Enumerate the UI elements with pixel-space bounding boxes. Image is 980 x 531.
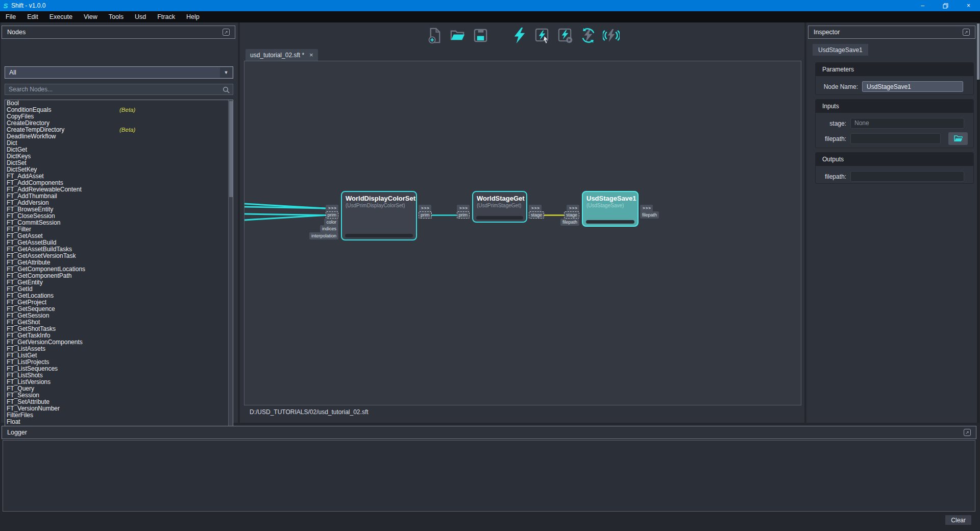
app-logo-icon: S [0, 2, 11, 10]
close-button[interactable]: × [957, 0, 980, 11]
graph-node[interactable]: WorldStageGet(UsdPrimStageGet) [472, 191, 527, 223]
node-name-input[interactable] [862, 81, 963, 92]
scrollbar[interactable] [228, 100, 233, 438]
port-chevrons[interactable]: >>> [457, 205, 470, 212]
menu-item-ftrack[interactable]: Ftrack [152, 11, 181, 22]
port-filepath[interactable]: filepath [640, 211, 659, 219]
save-graph-button[interactable] [471, 26, 489, 44]
inspector-header: Inspector ↗ [808, 26, 975, 39]
menu-item-help[interactable]: Help [181, 11, 205, 22]
logger-title: Logger [7, 429, 27, 436]
minimize-button[interactable]: – [911, 0, 934, 11]
folder-icon [954, 135, 963, 142]
node-list-item[interactable]: DictKeys [5, 153, 233, 160]
status-bar: D:/USD_TUTORIALS/02/usd_tutorial_02.sft [244, 405, 801, 419]
new-file-icon [426, 27, 443, 44]
input-ports: >>>stagefilepath [560, 205, 579, 225]
beta-badge: (Beta) [119, 127, 135, 133]
inputs-group: Inputs stage: None filepath: [815, 99, 974, 148]
port-chevrons[interactable]: >>> [567, 205, 579, 212]
node-list-item[interactable]: FT_ListVersions [5, 379, 233, 385]
undock-icon[interactable]: ↗ [963, 29, 970, 36]
menu-item-file[interactable]: File [0, 11, 21, 22]
node-list-item[interactable]: FT_GetEntity [5, 279, 233, 286]
port-stage[interactable]: stage [529, 211, 544, 219]
tab-close-icon[interactable]: × [309, 51, 313, 59]
node-list-item[interactable]: FilterFiles [5, 412, 233, 419]
output-filepath-field[interactable] [850, 171, 964, 182]
inspector-title: Inspector [814, 29, 840, 36]
graph-node-footer [586, 220, 634, 224]
toolbar [244, 25, 801, 46]
chevron-down-icon[interactable]: ▼ [220, 67, 232, 78]
outputs-group-title: Outputs [816, 153, 973, 166]
port-filepath[interactable]: filepath [560, 219, 579, 226]
graph-node[interactable]: WorldDisplayColorSet(UsdPrimDisplayColor… [341, 191, 417, 240]
node-list-item[interactable]: ConditionEquals(Beta) [5, 107, 233, 113]
clear-logger-button[interactable]: Clear [945, 515, 972, 525]
execute-live-button[interactable] [602, 26, 620, 44]
graph-tab[interactable]: usd_tutorial_02.sft * × [246, 49, 318, 61]
nodes-panel-title: Nodes [7, 29, 26, 36]
node-graph-canvas[interactable]: WorldDisplayColorSet(UsdPrimDisplayColor… [244, 61, 801, 405]
execute-from-button[interactable] [556, 26, 574, 44]
scrollbar[interactable] [977, 22, 979, 423]
execute-refresh-button[interactable] [579, 26, 597, 44]
undock-icon[interactable]: ↗ [964, 429, 971, 436]
graph-node-title: WorldStageGet [473, 192, 526, 202]
menu-item-view[interactable]: View [78, 11, 103, 22]
menu-item-edit[interactable]: Edit [21, 11, 44, 22]
port-prim[interactable]: prim [326, 211, 339, 219]
execute-from-icon [557, 27, 574, 44]
execute-selected-icon [534, 27, 551, 44]
restore-button[interactable] [934, 0, 957, 11]
graph-node-footer [476, 216, 523, 220]
title-bar: S Shift - v1.0.0 – × [0, 0, 980, 11]
open-graph-button[interactable] [448, 26, 467, 44]
outputs-group: Outputs filepath: [815, 152, 974, 184]
graph-node[interactable]: UsdStageSave1(UsdStageSave) [582, 191, 639, 227]
node-list-item[interactable]: FT_ListAssets [5, 346, 233, 352]
scrollbar-thumb[interactable] [229, 101, 233, 197]
execute-selected-button[interactable] [533, 26, 551, 44]
filepath-input-field[interactable] [850, 133, 941, 144]
port-chevrons[interactable]: >>> [419, 205, 431, 212]
execute-button[interactable] [510, 26, 528, 44]
menu-item-execute[interactable]: Execute [44, 11, 78, 22]
node-filter-dropdown[interactable]: All ▼ [5, 66, 233, 79]
menu-item-usd[interactable]: Usd [129, 11, 152, 22]
stage-field[interactable]: None [850, 118, 964, 129]
node-list-item[interactable]: FT_CommitSession [5, 220, 233, 226]
port-indices[interactable]: indices [320, 225, 338, 232]
scrollbar-thumb[interactable] [977, 23, 979, 80]
port-chevrons[interactable]: >>> [640, 205, 653, 212]
node-list-item[interactable]: DeadlineWorkflow [5, 133, 233, 140]
port-interpolation[interactable]: interpolation [309, 232, 338, 239]
browse-button[interactable] [948, 132, 968, 145]
search-input[interactable] [5, 84, 233, 94]
node-list-item[interactable]: FT_VersionNumber [5, 405, 233, 412]
menu-item-tools[interactable]: Tools [103, 11, 129, 22]
port-chevrons[interactable]: >>> [529, 205, 542, 212]
port-prim[interactable]: prim [419, 211, 432, 219]
port-color[interactable]: color [324, 219, 338, 226]
nodes-panel-header: Nodes ↗ [2, 26, 235, 39]
undock-icon[interactable]: ↗ [223, 29, 230, 36]
logger-header: Logger ↗ [2, 426, 976, 439]
port-chevrons[interactable]: >>> [326, 205, 338, 212]
node-list-item[interactable]: DictSet [5, 160, 233, 166]
graph-node-subtitle: (UsdPrimStageGet) [473, 202, 526, 208]
output-ports: >>>prim [419, 205, 432, 219]
port-stage[interactable]: stage [564, 211, 579, 219]
port-prim[interactable]: prim [457, 211, 470, 219]
input-ports: >>>primcolorindicesinterpolation [309, 205, 338, 239]
node-filter-value: All [9, 69, 16, 76]
inspector-node-tab[interactable]: UsdStageSave1 [813, 44, 868, 56]
new-graph-button[interactable] [425, 26, 444, 44]
graph-node-title: UsdStageSave1 [583, 192, 638, 202]
parameters-group-title: Parameters [816, 63, 973, 76]
output-filepath-label: filepath: [822, 173, 846, 180]
menu-bar: FileEditExecuteViewToolsUsdFtrackHelp [0, 11, 980, 22]
node-list-item[interactable]: DictGet [5, 147, 233, 153]
node-list-item[interactable]: Dict [5, 140, 233, 147]
